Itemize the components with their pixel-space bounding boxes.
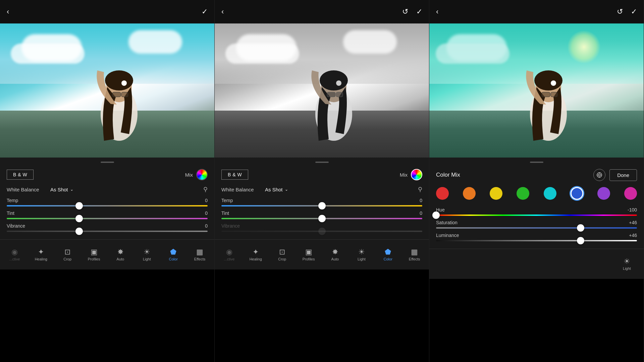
color-wheel-1[interactable] [196, 169, 208, 180]
back-button-3[interactable]: ‹ [436, 8, 438, 15]
mix-group-2[interactable]: Mix [400, 169, 422, 180]
svg-point-14 [534, 70, 562, 90]
luminance-thumb[interactable] [577, 237, 584, 244]
wb-select-1[interactable]: As Shot ⌄ [50, 187, 73, 192]
light-icon-2: ☀ [358, 248, 365, 256]
tint-thumb-2[interactable] [318, 215, 326, 222]
svg-rect-5 [121, 92, 128, 97]
eyedropper-icon-2[interactable]: ⚲ [418, 186, 422, 193]
nav-item-light-2[interactable]: ☀ Light [352, 246, 372, 263]
nav-item-light-3[interactable]: ☀ Light [617, 256, 637, 273]
swatch-orange[interactable] [463, 187, 476, 200]
effects-label-2: Effects [409, 257, 420, 261]
nav-item-selective-1[interactable]: ◉ ...ctive [4, 246, 24, 263]
crop-icon-2: ⊡ [279, 248, 285, 256]
profiles-icon-2: ▣ [305, 248, 312, 256]
saturation-thumb[interactable] [577, 224, 584, 232]
confirm-button-2[interactable]: ✓ [416, 8, 422, 15]
back-button-1[interactable]: ‹ [7, 8, 9, 15]
saturation-track[interactable] [436, 227, 637, 229]
swatch-purple[interactable] [597, 187, 610, 200]
nav-item-light-1[interactable]: ☀ Light [137, 246, 157, 263]
temp-label-2: Temp [221, 198, 233, 203]
vibrance-track-2 [221, 231, 422, 232]
eyedropper-icon-1[interactable]: ⚲ [203, 186, 208, 193]
nav-item-profiles-2[interactable]: ▣ Profiles [299, 246, 319, 263]
crop-label-2: Crop [278, 257, 286, 261]
temp-thumb-2[interactable] [318, 202, 326, 209]
photo-area-3 [429, 23, 644, 158]
vibrance-label-2: Vibrance [221, 223, 240, 229]
saturation-slider: Saturation +46 [436, 220, 637, 229]
vibrance-value-1: 0 [205, 223, 208, 229]
nav-item-crop-2[interactable]: ⊡ Crop [272, 246, 292, 263]
profiles-label-1: Profiles [88, 257, 100, 261]
hue-track[interactable] [436, 215, 637, 216]
tint-track-1[interactable] [7, 218, 208, 219]
temp-track-1[interactable] [7, 205, 208, 206]
crop-icon-1: ⊡ [64, 248, 70, 256]
mix-label-2: Mix [400, 172, 408, 178]
wb-select-2[interactable]: As Shot ⌄ [265, 187, 288, 192]
undo-button-2[interactable]: ↺ [402, 8, 408, 15]
nav-item-profiles-1[interactable]: ▣ Profiles [84, 246, 104, 263]
tint-track-2[interactable] [221, 218, 422, 219]
temp-thumb-1[interactable] [75, 202, 83, 209]
temp-slider-2: Temp 0 [221, 198, 422, 206]
light-label-1: Light [143, 257, 151, 261]
swatch-green[interactable] [517, 187, 529, 200]
healing-icon-1: ✦ [38, 248, 44, 256]
confirm-button-3[interactable]: ✓ [631, 8, 637, 15]
selective-icon-2: ◉ [226, 248, 232, 256]
color-wheel-2[interactable] [411, 169, 422, 180]
nav-item-color-1[interactable]: ⬟ Color [163, 246, 183, 263]
hue-thumb[interactable] [432, 212, 440, 219]
profiles-label-2: Profiles [303, 257, 315, 261]
vibrance-thumb-1[interactable] [75, 228, 83, 235]
target-button[interactable] [593, 169, 605, 181]
swatch-blue[interactable] [571, 187, 583, 200]
bw-button-1[interactable]: B & W [7, 170, 34, 180]
nav-item-color-2[interactable]: ⬟ Color [378, 246, 398, 263]
bw-button-2[interactable]: B & W [221, 170, 248, 180]
tint-value-1: 0 [205, 210, 208, 216]
auto-icon-2: ✸ [332, 248, 338, 256]
swatch-magenta[interactable] [624, 187, 637, 200]
luminance-track[interactable] [436, 240, 637, 241]
light-label-3: Light [623, 266, 631, 270]
nav-item-healing-2[interactable]: ✦ Healing [246, 246, 266, 263]
svg-rect-17 [551, 92, 557, 97]
done-button[interactable]: Done [609, 169, 637, 181]
photo-area-1 [0, 23, 214, 158]
undo-button-3[interactable]: ↺ [617, 8, 623, 15]
wb-value-2: As Shot [265, 187, 283, 192]
swatch-yellow[interactable] [490, 187, 502, 200]
swatch-red[interactable] [436, 187, 449, 200]
nav-item-healing-1[interactable]: ✦ Healing [31, 246, 51, 263]
nav-item-effects-1[interactable]: ▦ Effects [190, 246, 210, 263]
chevron-icon-1: ⌄ [70, 187, 73, 192]
top-bar-2: ‹ ↺ ✓ [215, 0, 429, 23]
color-mix-title: Color Mix [436, 172, 460, 178]
svg-rect-16 [542, 92, 550, 97]
nav-item-auto-2[interactable]: ✸ Auto [325, 246, 345, 263]
nav-item-effects-2[interactable]: ▦ Effects [405, 246, 425, 263]
nav-item-selective-2[interactable]: ◉ ...ctive [219, 246, 239, 263]
nav-item-auto-1[interactable]: ✸ Auto [110, 246, 130, 263]
svg-point-15 [551, 80, 556, 86]
profiles-icon-1: ▣ [91, 248, 98, 256]
wb-row-2: White Balance As Shot ⌄ ⚲ [221, 186, 422, 193]
tint-thumb-1[interactable] [75, 215, 83, 222]
wb-row-1: White Balance As Shot ⌄ ⚲ [7, 186, 208, 193]
back-button-2[interactable]: ‹ [221, 8, 224, 15]
nav-bar-3: ☀ Light [429, 249, 644, 279]
selective-icon-1: ◉ [11, 248, 18, 256]
swatch-cyan[interactable] [544, 187, 556, 200]
confirm-button-1[interactable]: ✓ [202, 8, 208, 15]
effects-icon-1: ▦ [196, 248, 203, 256]
nav-item-crop-1[interactable]: ⊡ Crop [57, 246, 77, 263]
vibrance-track-1[interactable] [7, 231, 208, 232]
mix-group-1[interactable]: Mix [185, 169, 208, 180]
vibrance-label-1: Vibrance [7, 223, 25, 229]
temp-track-2[interactable] [221, 205, 422, 206]
